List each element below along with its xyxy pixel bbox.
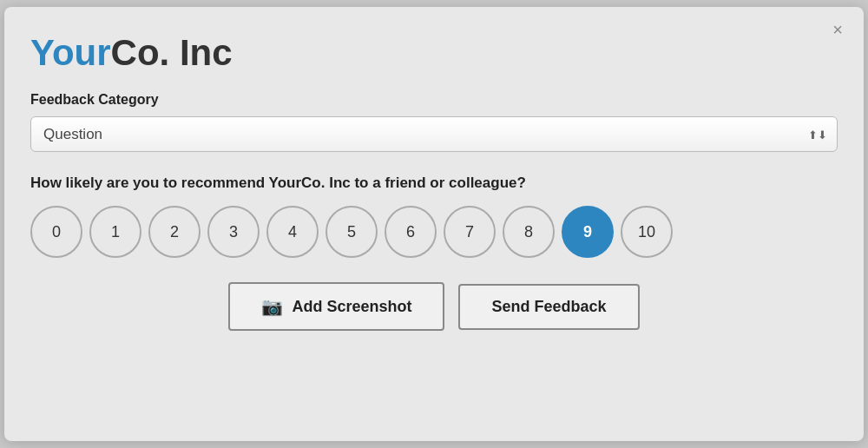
add-screenshot-button[interactable]: 📷 Add Screenshot: [228, 282, 444, 331]
rating-btn-5[interactable]: 5: [326, 206, 378, 258]
rating-btn-9[interactable]: 9: [562, 206, 614, 258]
action-buttons: 📷 Add Screenshot Send Feedback: [30, 282, 838, 331]
recommend-section: How likely are you to recommend YourCo. …: [30, 175, 838, 258]
rating-btn-0[interactable]: 0: [30, 206, 82, 258]
company-title-co: Co. Inc: [111, 32, 233, 73]
recommend-question: How likely are you to recommend YourCo. …: [30, 175, 838, 192]
rating-btn-7[interactable]: 7: [444, 206, 496, 258]
rating-btn-8[interactable]: 8: [503, 206, 555, 258]
category-select[interactable]: QuestionBugSuggestionOther: [30, 116, 838, 152]
send-feedback-button[interactable]: Send Feedback: [458, 284, 639, 330]
feedback-category-label: Feedback Category: [30, 92, 838, 108]
rating-buttons: 012345678910: [30, 206, 838, 258]
feedback-dialog: × YourCo. Inc Feedback Category Question…: [4, 7, 864, 441]
rating-btn-6[interactable]: 6: [385, 206, 437, 258]
company-title-your: Your: [30, 32, 111, 73]
add-screenshot-label: Add Screenshot: [292, 298, 411, 316]
rating-btn-3[interactable]: 3: [207, 206, 260, 258]
rating-btn-4[interactable]: 4: [266, 206, 319, 258]
rating-btn-1[interactable]: 1: [89, 206, 141, 258]
camera-icon: 📷: [261, 296, 283, 317]
rating-btn-10[interactable]: 10: [621, 206, 673, 258]
category-select-wrapper: QuestionBugSuggestionOther: [30, 116, 838, 152]
rating-btn-2[interactable]: 2: [148, 206, 201, 258]
close-button[interactable]: ×: [827, 19, 848, 40]
company-title: YourCo. Inc: [30, 33, 838, 73]
